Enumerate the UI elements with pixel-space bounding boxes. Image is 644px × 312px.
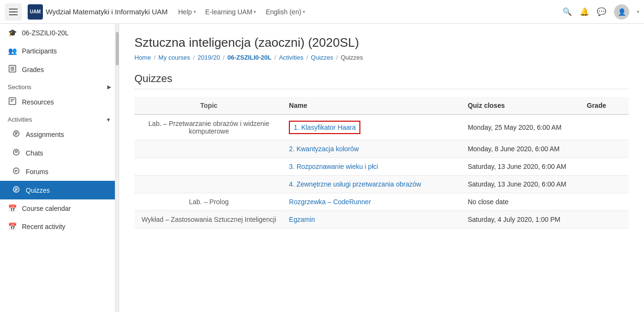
table-row: 3. Rozpoznawanie wieku i płci Saturday, … — [134, 158, 629, 176]
resources-icon — [8, 97, 17, 106]
assignments-icon — [11, 130, 21, 139]
col-header-name: Name — [283, 97, 462, 114]
section-title: Quizzes — [134, 73, 629, 89]
chevron-down-icon: ▾ — [254, 9, 256, 14]
grades-icon — [8, 65, 17, 74]
chevron-down-icon: ▾ — [303, 9, 305, 14]
breadcrumb-activities[interactable]: Activities — [279, 54, 303, 61]
main-layout: 🎓 06-ZSZILI0-20L 👥 Participants Grades S… — [0, 24, 644, 312]
col-header-topic: Topic — [134, 97, 283, 114]
row-grade — [581, 211, 629, 229]
quiz-link-2[interactable]: 2. Kwantyzacja kolorów — [289, 145, 358, 153]
breadcrumb-current: Quizzes — [341, 54, 363, 61]
row-grade — [581, 158, 629, 176]
row-closes: No close date — [462, 193, 581, 211]
table-row: 4. Zewnętrzne usługi przetwarzania obraz… — [134, 176, 629, 193]
hamburger-line — [9, 11, 18, 12]
sidebar-item-sections[interactable]: Sections ▶ — [0, 79, 119, 93]
avatar-chevron-icon: ▾ — [637, 9, 639, 14]
breadcrumb-year[interactable]: 2019/20 — [197, 54, 220, 61]
table-header-row: Topic Name Quiz closes Grade — [134, 97, 629, 114]
scrollbar-track — [115, 24, 119, 312]
svg-point-15 — [13, 168, 19, 174]
quizzes-icon — [11, 186, 21, 195]
sidebar-item-course-calendar[interactable]: 📅 Course calendar — [0, 199, 119, 218]
row-topic — [134, 158, 283, 176]
sidebar-item-grades[interactable]: Grades — [0, 60, 119, 79]
page-title: Sztuczna inteligencja (zaoczni) (2020SL) — [134, 35, 629, 50]
sidebar-item-course[interactable]: 🎓 06-ZSZILI0-20L — [0, 24, 119, 42]
chevron-right-icon: ▶ — [107, 84, 111, 90]
sidebar-item-activities-section[interactable]: Activities ▼ — [0, 111, 119, 125]
row-closes: Saturday, 4 July 2020, 1:00 PM — [462, 211, 581, 229]
row-grade — [581, 114, 629, 140]
row-grade — [581, 193, 629, 211]
main-content: Sztuczna inteligencja (zaoczni) (2020SL)… — [119, 24, 644, 312]
row-name: 4. Zewnętrzne usługi przetwarzania obraz… — [283, 176, 462, 193]
chevron-down-icon: ▼ — [106, 117, 111, 123]
search-button[interactable]: 🔍 — [562, 7, 572, 16]
navbar-logo: UAM Wydział Matematyki i Informatyki UAM — [28, 4, 168, 20]
breadcrumb-mycourses[interactable]: My courses — [158, 54, 190, 61]
row-topic — [134, 176, 283, 193]
logo-icon: UAM — [28, 4, 43, 20]
row-name: Rozgrzewka – CodeRunner — [283, 193, 462, 211]
row-topic: Wykład – Zastosowania Sztucznej Intelige… — [134, 211, 283, 229]
row-name: 2. Kwantyzacja kolorów — [283, 140, 462, 158]
messages-button[interactable]: 💬 — [597, 7, 606, 16]
nav-elearning[interactable]: E-learning UAM ▾ — [205, 8, 256, 16]
quiz-link-3[interactable]: 3. Rozpoznawanie wieku i płci — [289, 163, 378, 170]
row-topic: Lab. – Przetwarzanie obrazów i widzenie … — [134, 114, 283, 140]
quiz-link-5[interactable]: Rozgrzewka – CodeRunner — [289, 198, 371, 206]
row-name: Egzamin — [283, 211, 462, 229]
nav-language[interactable]: English (en) ▾ — [266, 8, 305, 16]
quiz-link-4[interactable]: 4. Zewnętrzne usługi przetwarzania obraz… — [289, 180, 421, 188]
row-name: 1. Klasyfikator Haara — [283, 114, 462, 140]
row-closes: Saturday, 13 June 2020, 6:00 AM — [462, 176, 581, 193]
table-row: Lab. – Przetwarzanie obrazów i widzenie … — [134, 114, 629, 140]
navbar: UAM Wydział Matematyki i Informatyki UAM… — [0, 0, 644, 24]
navbar-title: Wydział Matematyki i Informatyki UAM — [46, 8, 168, 16]
sidebar-item-participants[interactable]: 👥 Participants — [0, 42, 119, 60]
table-row: Wykład – Zastosowania Sztucznej Intelige… — [134, 211, 629, 229]
navbar-nav: Help ▾ E-learning UAM ▾ English (en) ▾ — [178, 8, 305, 16]
scrollbar-thumb — [116, 32, 119, 65]
row-grade — [581, 140, 629, 158]
sidebar-item-chats[interactable]: Chats — [0, 144, 119, 162]
row-closes: Monday, 25 May 2020, 6:00 AM — [462, 114, 581, 140]
col-header-grade: Grade — [581, 97, 629, 114]
row-topic: Lab. – Prolog — [134, 193, 283, 211]
calendar-icon: 📅 — [8, 204, 17, 213]
hamburger-line — [9, 14, 18, 15]
navbar-right: 🔍 🔔 💬 👤 ▾ — [562, 4, 639, 20]
nav-help[interactable]: Help ▾ — [178, 8, 196, 16]
sidebar-item-recent-activity[interactable]: 📅 Recent activity — [0, 218, 119, 236]
row-name: 3. Rozpoznawanie wieku i płci — [283, 158, 462, 176]
sidebar-item-assignments[interactable]: Assignments — [0, 125, 119, 144]
sidebar: 🎓 06-ZSZILI0-20L 👥 Participants Grades S… — [0, 24, 119, 312]
graduation-cap-icon: 🎓 — [8, 29, 17, 37]
chevron-down-icon: ▾ — [194, 9, 196, 14]
chats-icon — [11, 148, 21, 157]
row-closes: Saturday, 13 June 2020, 6:00 AM — [462, 158, 581, 176]
forums-icon — [11, 167, 21, 176]
quiz-link-6[interactable]: Egzamin — [289, 216, 315, 223]
table-row: 2. Kwantyzacja kolorów Monday, 8 June 20… — [134, 140, 629, 158]
hamburger-button[interactable] — [5, 3, 22, 21]
sidebar-item-quizzes[interactable]: Quizzes — [0, 181, 119, 199]
row-topic — [134, 140, 283, 158]
avatar[interactable]: 👤 — [614, 4, 629, 20]
breadcrumb: Home / My courses / 2019/20 / 06-ZSZILI0… — [134, 54, 629, 61]
hamburger-line — [9, 9, 18, 10]
sidebar-item-resources[interactable]: Resources — [0, 93, 119, 111]
notifications-button[interactable]: 🔔 — [580, 7, 589, 16]
participants-icon: 👥 — [8, 47, 17, 55]
row-grade — [581, 176, 629, 193]
quiz-link-1[interactable]: 1. Klasyfikator Haara — [289, 121, 360, 134]
breadcrumb-home[interactable]: Home — [134, 54, 151, 61]
breadcrumb-quizzes-link[interactable]: Quizzes — [311, 54, 333, 61]
row-closes: Monday, 8 June 2020, 6:00 AM — [462, 140, 581, 158]
recent-activity-icon: 📅 — [8, 222, 17, 231]
breadcrumb-course[interactable]: 06-ZSZILI0-20L — [227, 54, 271, 61]
sidebar-item-forums[interactable]: Forums — [0, 162, 119, 181]
